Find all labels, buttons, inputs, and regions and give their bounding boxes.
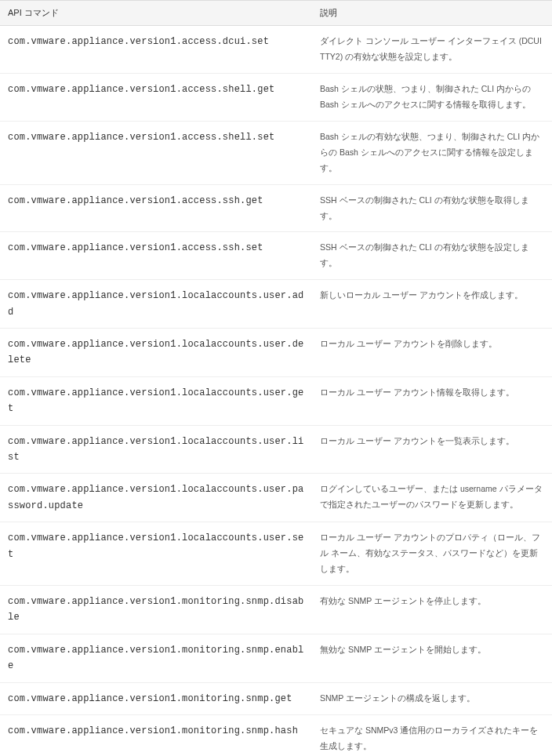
table-row: com.vmware.appliance.version1.access.ssh… xyxy=(0,184,552,232)
command-cell: com.vmware.appliance.version1.localaccou… xyxy=(0,474,312,522)
description-cell: ローカル ユーザー アカウントを削除します。 xyxy=(312,329,552,377)
table-header-row: API コマンド 説明 xyxy=(0,1,552,26)
table-row: com.vmware.appliance.version1.access.ssh… xyxy=(0,232,552,280)
header-command: API コマンド xyxy=(0,1,312,26)
description-cell: 有効な SNMP エージェントを停止します。 xyxy=(312,586,552,634)
table-row: com.vmware.appliance.version1.localaccou… xyxy=(0,474,552,522)
command-cell: com.vmware.appliance.version1.monitoring… xyxy=(0,682,312,714)
command-cell: com.vmware.appliance.version1.monitoring… xyxy=(0,634,312,682)
table-row: com.vmware.appliance.version1.monitoring… xyxy=(0,634,552,682)
command-cell: com.vmware.appliance.version1.localaccou… xyxy=(0,280,312,329)
command-cell: com.vmware.appliance.version1.localaccou… xyxy=(0,425,312,474)
description-cell: SNMP エージェントの構成を返します。 xyxy=(312,682,552,714)
description-cell: セキュアな SNMPv3 通信用のローカライズされたキーを生成します。 xyxy=(312,714,552,756)
description-cell: Bash シェルの状態、つまり、制御された CLI 内からの Bash シェルへ… xyxy=(312,73,552,121)
command-cell: com.vmware.appliance.version1.access.she… xyxy=(0,121,312,184)
table-row: com.vmware.appliance.version1.access.she… xyxy=(0,121,552,184)
table-row: com.vmware.appliance.version1.localaccou… xyxy=(0,522,552,586)
api-command-table: API コマンド 説明 com.vmware.appliance.version… xyxy=(0,0,552,756)
description-cell: SSH ベースの制御された CLI の有効な状態を取得します。 xyxy=(312,184,552,232)
table-row: com.vmware.appliance.version1.localaccou… xyxy=(0,280,552,329)
command-cell: com.vmware.appliance.version1.localaccou… xyxy=(0,522,312,586)
header-description: 説明 xyxy=(312,1,552,26)
table-row: com.vmware.appliance.version1.monitoring… xyxy=(0,586,552,634)
description-cell: ローカル ユーザー アカウントを一覧表示します。 xyxy=(312,425,552,474)
table-row: com.vmware.appliance.version1.monitoring… xyxy=(0,682,552,714)
command-cell: com.vmware.appliance.version1.monitoring… xyxy=(0,714,312,756)
table-row: com.vmware.appliance.version1.localaccou… xyxy=(0,425,552,474)
table-row: com.vmware.appliance.version1.localaccou… xyxy=(0,376,552,425)
description-cell: ログインしているユーザー、または username パラメータで指定されたユーザ… xyxy=(312,474,552,522)
description-cell: SSH ベースの制御された CLI の有効な状態を設定します。 xyxy=(312,232,552,280)
description-cell: 新しいローカル ユーザー アカウントを作成します。 xyxy=(312,280,552,329)
table-row: com.vmware.appliance.version1.localaccou… xyxy=(0,329,552,377)
description-cell: ローカル ユーザー アカウント情報を取得します。 xyxy=(312,376,552,425)
command-cell: com.vmware.appliance.version1.monitoring… xyxy=(0,586,312,634)
description-cell: ローカル ユーザー アカウントのプロパティ（ロール、フル ネーム、有効なステータ… xyxy=(312,522,552,586)
command-cell: com.vmware.appliance.version1.localaccou… xyxy=(0,376,312,425)
command-cell: com.vmware.appliance.version1.localaccou… xyxy=(0,329,312,377)
table-row: com.vmware.appliance.version1.monitoring… xyxy=(0,714,552,756)
command-cell: com.vmware.appliance.version1.access.dcu… xyxy=(0,26,312,74)
table-row: com.vmware.appliance.version1.access.she… xyxy=(0,73,552,121)
description-cell: Bash シェルの有効な状態、つまり、制御された CLI 内からの Bash シ… xyxy=(312,121,552,184)
command-cell: com.vmware.appliance.version1.access.she… xyxy=(0,73,312,121)
command-cell: com.vmware.appliance.version1.access.ssh… xyxy=(0,232,312,280)
command-cell: com.vmware.appliance.version1.access.ssh… xyxy=(0,184,312,232)
table-row: com.vmware.appliance.version1.access.dcu… xyxy=(0,26,552,74)
description-cell: 無効な SNMP エージェントを開始します。 xyxy=(312,634,552,682)
description-cell: ダイレクト コンソール ユーザー インターフェイス (DCUI TTY2) の有… xyxy=(312,26,552,74)
